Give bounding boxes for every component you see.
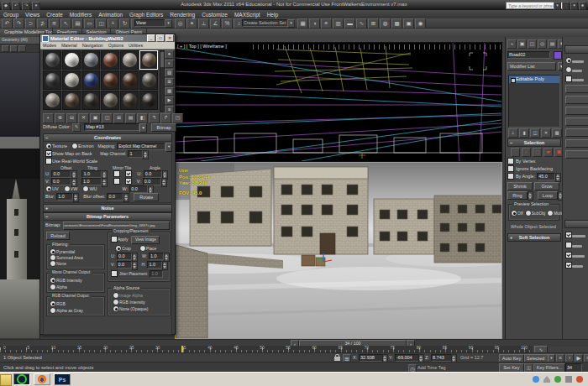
select-object-icon[interactable]: ↖ — [60, 18, 71, 29]
ribbon-mini-button-icon[interactable] — [2, 45, 9, 52]
remove-modifier-icon[interactable]: ✕ — [541, 128, 551, 138]
object-color-swatch[interactable] — [554, 51, 562, 60]
jitter-placement-checkbox[interactable] — [111, 270, 118, 277]
selection-lock-icon[interactable] — [334, 357, 340, 361]
window-crossing-icon[interactable]: ◫ — [96, 18, 107, 29]
crop-v-spinner[interactable] — [132, 261, 138, 270]
constraint-radio[interactable] — [565, 66, 572, 73]
reference-coordinate-dropdown[interactable]: View — [134, 19, 166, 27]
select-by-name-icon[interactable]: ▤ — [72, 18, 83, 29]
backlight-icon[interactable]: ◐ — [165, 60, 174, 68]
ribbon-mini-button-icon[interactable] — [10, 45, 18, 52]
make-preview-icon[interactable]: ▶ — [165, 96, 174, 105]
go-to-parent-icon[interactable]: ↰ — [149, 113, 160, 123]
show-end-result-icon[interactable]: ◧ — [137, 113, 148, 123]
hierarchy-tab-icon[interactable]: ◫ — [528, 39, 537, 49]
menu-item[interactable]: Rendering — [166, 12, 198, 18]
texture-radio[interactable] — [45, 143, 52, 149]
render-production-icon[interactable]: ◉ — [415, 18, 426, 29]
jitter-placement-field[interactable]: 1.0 — [150, 270, 163, 278]
by-vertex-checkbox[interactable] — [507, 158, 514, 164]
menu-item[interactable]: Create — [43, 12, 66, 18]
panel-checkbox[interactable] — [565, 232, 572, 238]
put-to-library-icon[interactable]: ◫ — [102, 113, 113, 123]
crop-radio[interactable] — [115, 245, 122, 252]
preview-multi-radio[interactable] — [547, 210, 554, 216]
render-setup-icon[interactable]: ▩ — [391, 18, 402, 29]
assign-material-icon[interactable]: ⊟ — [66, 113, 77, 123]
loop-button[interactable]: Loop — [538, 191, 558, 200]
search-scope-dropdown-icon[interactable]: ▾ — [554, 2, 561, 10]
material-slot[interactable] — [43, 91, 61, 110]
by-angle-spinner[interactable] — [555, 173, 561, 182]
undo-icon[interactable]: ↶ — [2, 18, 13, 29]
u-mirror-checkbox[interactable] — [113, 170, 120, 177]
taskbar-app-photoshop[interactable]: Ps — [54, 373, 71, 385]
crop-w-field[interactable]: 1.0 — [149, 253, 164, 260]
rgb-intensity-radio[interactable] — [50, 277, 56, 284]
panel-checkbox[interactable] — [565, 262, 572, 269]
make-unique-stack-icon[interactable]: ◫ — [530, 128, 540, 138]
blur-spinner[interactable] — [73, 193, 79, 202]
tray-icon-square[interactable] — [565, 376, 572, 383]
material-slot[interactable] — [81, 50, 100, 70]
panel-button[interactable] — [565, 85, 588, 93]
add-time-tag-text[interactable]: Add Time Tag — [417, 365, 446, 370]
reset-map-icon[interactable]: ✕ — [78, 113, 89, 123]
ring-spinner[interactable] — [528, 191, 533, 201]
mirror-icon[interactable]: ◑ — [309, 18, 320, 29]
minimize-button[interactable]: _ — [147, 34, 155, 42]
soft-selection-rollout-header[interactable]: +Soft Selection — [507, 233, 561, 242]
crop-h-spinner[interactable] — [162, 261, 168, 270]
material-slot[interactable] — [120, 91, 139, 110]
reload-button[interactable]: Reload — [46, 232, 70, 240]
modify-tab-icon[interactable]: ▣ — [517, 39, 527, 49]
alpha-rgb-intensity-radio[interactable] — [113, 299, 119, 305]
by-angle-checkbox[interactable] — [507, 173, 514, 180]
curve-editor-icon[interactable]: ∿ — [356, 18, 367, 29]
edge-subobject-icon[interactable]: ∕ — [522, 148, 531, 157]
image-alpha-radio[interactable] — [113, 292, 119, 299]
menu-item[interactable]: Group — [0, 12, 22, 18]
subdivision-rollout-header[interactable] — [564, 220, 588, 228]
use-real-world-scale-checkbox[interactable] — [45, 158, 52, 164]
crop-h-field[interactable]: 1.0 — [147, 261, 162, 269]
blur-offset-field[interactable]: 0.0 — [107, 193, 123, 201]
material-slot[interactable] — [120, 70, 139, 90]
percent-snap-icon[interactable]: % — [222, 18, 233, 29]
snaps-toggle-icon[interactable]: ⊥ — [198, 18, 209, 29]
unlink-selection-icon[interactable]: ⊅ — [37, 18, 48, 29]
favorites-icon[interactable]: ★ — [579, 2, 586, 10]
sample-background-icon[interactable]: ▨ — [165, 69, 174, 77]
material-editor-titlebar[interactable]: Material Editor - BuildingWall02 _ □ ✕ — [40, 34, 175, 42]
environ-radio[interactable] — [71, 143, 78, 149]
by-angle-value-field[interactable]: 45.0 — [537, 173, 555, 180]
border-subobject-icon[interactable]: ▢ — [533, 148, 542, 157]
make-unique-icon[interactable]: ▣ — [90, 113, 101, 123]
panel-checkbox[interactable] — [565, 252, 572, 258]
material-slot[interactable] — [81, 91, 100, 110]
panel-button[interactable] — [565, 117, 588, 126]
viewport-perspective[interactable]: User Pos: 105.044 Yaw: 58.249 FOV: 45.0 — [175, 162, 502, 339]
go-forward-to-sibling-icon[interactable]: ↱ — [160, 113, 171, 123]
material-slot[interactable] — [62, 91, 81, 110]
v-mirror-checkbox[interactable] — [113, 178, 120, 185]
selection-rollout-header[interactable]: −Selection — [507, 138, 561, 147]
panel-button[interactable] — [565, 128, 588, 137]
select-and-link-icon[interactable]: ⊃ — [25, 18, 36, 29]
u-tile-checkbox[interactable] — [125, 170, 132, 177]
v-angle-field[interactable]: 0.0 — [143, 178, 161, 185]
rectangular-selection-region-icon[interactable]: ▭ — [84, 18, 95, 29]
sample-uv-tiling-icon[interactable]: ◳ — [172, 113, 183, 123]
material-editor-menu-item[interactable]: Utilities — [126, 43, 145, 48]
communication-center-icon[interactable]: ✶ — [570, 2, 578, 10]
none-opaque-radio[interactable] — [113, 305, 119, 312]
show-end-result-stack-icon[interactable]: ▮ — [519, 128, 529, 138]
eyedropper-icon[interactable]: ✎ — [72, 123, 81, 132]
tray-icon-blue[interactable] — [533, 376, 539, 383]
put-material-to-scene-icon[interactable]: ⊕ — [55, 113, 66, 123]
folder-icon[interactable] — [0, 374, 12, 386]
ref-coord-dropdown-arrow-icon[interactable]: ▾ — [165, 19, 172, 28]
grow-button[interactable]: Grow — [534, 182, 559, 190]
menu-item[interactable]: Animation — [95, 12, 126, 18]
